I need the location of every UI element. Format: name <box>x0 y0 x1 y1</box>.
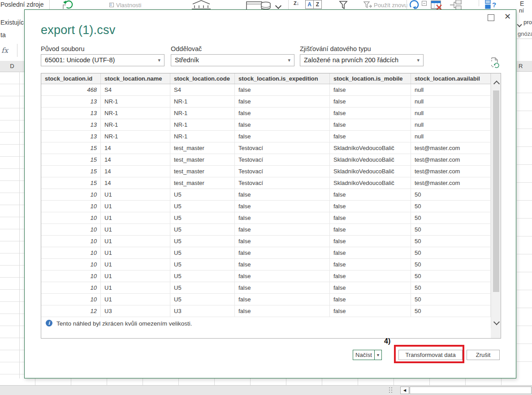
truncation-notice-row: i Tento náhled byl zkrácen kvůli omezení… <box>41 317 491 328</box>
worksheet-gridline-column <box>19 72 20 378</box>
worksheet-gridline <box>0 301 24 302</box>
table-cell: false <box>330 247 411 258</box>
chevron-down-icon: ▾ <box>288 55 290 66</box>
table-cell: 50 <box>411 305 491 317</box>
refresh-preview-icon[interactable] <box>490 57 501 70</box>
sort-a-icon[interactable]: A <box>305 0 314 9</box>
table-cell: U3 <box>170 305 235 317</box>
table-cell: NR-1 <box>170 119 235 130</box>
table-cell: 468 <box>41 84 101 95</box>
table-cell: 50 <box>411 270 491 282</box>
table-cell: U5 <box>170 224 235 235</box>
worksheet-gridline <box>517 326 532 326</box>
chevron-down-icon: ▾ <box>417 55 420 66</box>
table-cell: false <box>235 305 330 317</box>
gallery-chevron-icon[interactable] <box>276 2 281 9</box>
maximize-button[interactable] <box>488 14 494 21</box>
ribbon-bottom-border <box>517 39 532 39</box>
table-cell: false <box>330 294 411 305</box>
scroll-up-icon[interactable] <box>494 80 499 88</box>
sort-z-icon[interactable]: Z <box>313 0 322 9</box>
worksheet-gridline <box>501 378 502 385</box>
properties-button[interactable]: Vlastnosti <box>116 2 141 9</box>
table-row: 13NR-1NR-1falsefalsenull <box>41 131 491 142</box>
table-cell: U5 <box>170 236 235 247</box>
worksheet-gridline <box>429 378 430 385</box>
worksheet-gridline <box>0 338 24 338</box>
table-cell: S4 <box>170 84 235 95</box>
worksheet-gridline <box>517 218 532 219</box>
filter-icon[interactable] <box>338 0 348 9</box>
table-vertical-scrollbar[interactable] <box>491 73 501 328</box>
worksheet-gridline <box>0 277 24 278</box>
ribbon-fragment-e: E <box>520 0 524 7</box>
table-cell: test_master <box>170 142 235 154</box>
table-cell: SkladníkoVedoucoBalič <box>330 142 411 154</box>
what-if-analysis-icon[interactable]: ? <box>484 0 498 9</box>
column-header-r[interactable]: R <box>517 61 532 72</box>
close-button[interactable]: ✕ <box>504 12 511 21</box>
table-header-cell: stock_location.is_expedition <box>235 73 330 84</box>
properties-icon <box>109 3 114 7</box>
table-cell: false <box>330 107 411 119</box>
table-header-cell: stock_location.name <box>101 73 170 84</box>
table-cell: test@master.com <box>411 166 491 177</box>
sheet-scroll-thumb[interactable] <box>410 386 532 394</box>
worksheet-gridline <box>0 205 24 205</box>
delimiter-select[interactable]: Středník ▾ <box>171 54 294 66</box>
worksheet-gridline <box>0 84 24 84</box>
info-icon: i <box>46 320 52 326</box>
worksheet-gridline <box>0 229 24 229</box>
worksheet-gridline <box>250 378 251 385</box>
table-cell: false <box>330 236 411 247</box>
worksheet-gridline <box>0 374 24 374</box>
worksheet-gridlines-left <box>0 72 24 378</box>
sort-ascending-icon[interactable]: Z↓ <box>294 0 299 6</box>
file-origin-label: Původ souboru <box>41 45 85 52</box>
refresh-all-icon[interactable] <box>61 0 74 9</box>
table-cell: false <box>330 189 411 200</box>
worksheet-gridline <box>214 378 215 385</box>
table-cell: 14 <box>101 166 170 177</box>
vertical-scroll-thumb[interactable] <box>493 90 499 292</box>
ribbon-divider <box>288 0 289 9</box>
type-detection-select[interactable]: Založené na prvních 200 řádcích ▾ <box>300 54 424 66</box>
table-cell: false <box>235 247 330 258</box>
table-row: 1514test_masterTestovacíSkladníkoVedouco… <box>41 142 491 154</box>
load-button[interactable]: Načíst <box>353 350 375 360</box>
table-row: 1514test_masterTestovacíSkladníkoVedouco… <box>41 177 491 189</box>
table-cell: 10 <box>41 224 101 235</box>
transform-data-button[interactable]: Transformovat data <box>398 350 463 360</box>
worksheet-gridline <box>0 289 24 290</box>
outline-minus-icon[interactable] <box>422 1 427 6</box>
table-cell: false <box>330 305 411 317</box>
worksheet-gridline <box>0 180 24 181</box>
table-cell: test_master <box>170 154 235 165</box>
table-cell: S4 <box>101 84 170 95</box>
cancel-button[interactable]: Zrušit <box>467 350 500 360</box>
table-cell: 10 <box>41 294 101 305</box>
table-cell: Testovací <box>235 154 330 165</box>
stocks-datatype-icon[interactable] <box>187 0 215 9</box>
table-cell: false <box>235 236 330 247</box>
excel-ribbon: Poslední zdroje Vlastnosti <box>0 0 532 9</box>
recent-sources-button[interactable]: Poslední zdroje <box>0 1 44 8</box>
goal-seek-arrow-icon[interactable] <box>409 0 421 9</box>
table-row: 468S4S4falsefalsenull <box>41 84 491 96</box>
table-cell: U5 <box>170 201 235 212</box>
table-cell: NR-1 <box>170 96 235 107</box>
table-cell: test@master.com <box>411 177 491 189</box>
load-dropdown-button[interactable]: ▾ <box>374 350 382 360</box>
table-cell: U1 <box>101 270 170 282</box>
sheet-scroll-left-button[interactable]: ◀ <box>400 386 409 394</box>
remove-duplicates-icon[interactable] <box>430 0 443 9</box>
file-origin-select[interactable]: 65001: Unicode (UTF-8) ▾ <box>41 54 164 66</box>
splitter-grip[interactable] <box>389 387 394 394</box>
column-header-d[interactable]: D <box>0 61 24 72</box>
data-types-gallery-icon[interactable] <box>245 0 272 9</box>
scroll-down-icon[interactable] <box>494 318 499 326</box>
table-cell: false <box>330 131 411 142</box>
relationships-icon[interactable] <box>449 0 462 9</box>
table-row: 10U1U5falsefalse50 <box>41 224 491 236</box>
table-cell: U5 <box>170 247 235 258</box>
